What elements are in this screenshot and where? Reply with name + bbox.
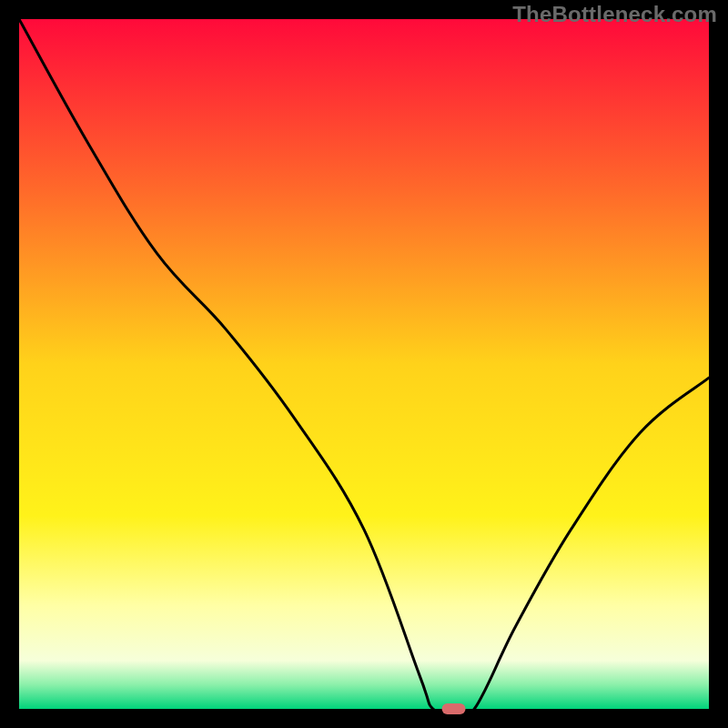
optimal-marker bbox=[442, 703, 466, 714]
gradient-background bbox=[19, 19, 709, 709]
watermark-text: TheBottleneck.com bbox=[512, 2, 717, 27]
bottleneck-chart bbox=[0, 0, 728, 728]
chart-frame: TheBottleneck.com bbox=[0, 0, 728, 728]
